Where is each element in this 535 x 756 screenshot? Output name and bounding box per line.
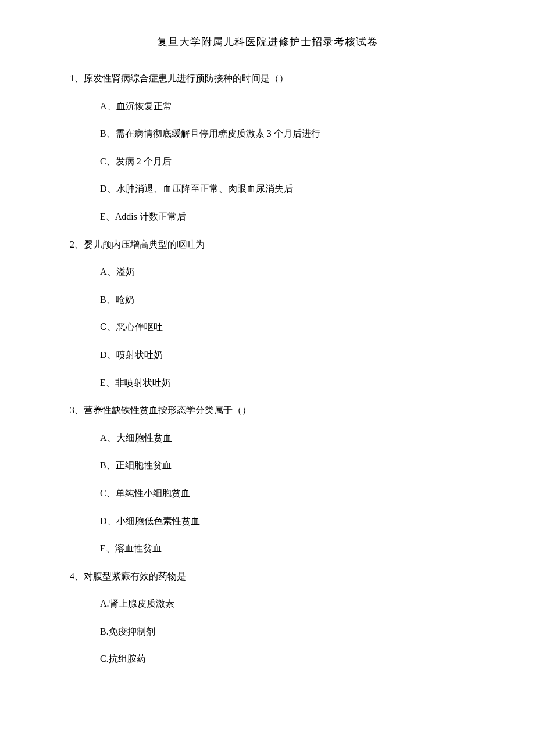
question-stem: 3、营养性缺铁性贫血按形态学分类属于（） [70,403,465,418]
option-label: C [100,322,107,332]
questions-container: 1、原发性肾病综合症患儿进行预防接种的时间是（）A、血沉恢复正常B、需在病情彻底… [70,71,465,667]
options-list: A、血沉恢复正常B、需在病情彻底缓解且停用糖皮质激素 3 个月后进行C、发病 2… [70,99,465,224]
option: C、恶心伴呕吐 [100,320,465,335]
option: B、正细胞性贫血 [100,458,465,473]
question: 3、营养性缺铁性贫血按形态学分类属于（）A、大细胞性贫血B、正细胞性贫血C、单纯… [70,403,465,556]
options-list: A.肾上腺皮质激素B.免疫抑制剂C.抗组胺药 [70,596,465,667]
option: E、非喷射状吐奶 [100,375,465,390]
option: A、血沉恢复正常 [100,99,465,114]
option: B.免疫抑制剂 [100,624,465,639]
question: 2、婴儿颅内压增高典型的呕吐为A、溢奶B、呛奶C、恶心伴呕吐D、喷射状吐奶E、非… [70,237,465,390]
option: A、溢奶 [100,264,465,280]
options-list: A、溢奶B、呛奶C、恶心伴呕吐D、喷射状吐奶E、非喷射状吐奶 [70,264,465,390]
question: 1、原发性肾病综合症患儿进行预防接种的时间是（）A、血沉恢复正常B、需在病情彻底… [70,71,465,224]
question-stem: 1、原发性肾病综合症患儿进行预防接种的时间是（） [70,71,465,86]
question-stem: 2、婴儿颅内压增高典型的呕吐为 [70,237,465,252]
option: C、单纯性小细胞贫血 [100,486,465,501]
option: D、水肿消退、血压降至正常、肉眼血尿消失后 [100,181,465,196]
option: A.肾上腺皮质激素 [100,596,465,611]
option: A、大细胞性贫血 [100,431,465,446]
options-list: A、大细胞性贫血B、正细胞性贫血C、单纯性小细胞贫血D、小细胞低色素性贫血E、溶… [70,431,465,556]
option: D、小细胞低色素性贫血 [100,514,465,529]
question-stem: 4、对腹型紫癜有效的药物是 [70,569,465,584]
option: E、溶血性贫血 [100,541,465,556]
option: B、需在病情彻底缓解且停用糖皮质激素 3 个月后进行 [100,126,465,141]
option: E、Addis 计数正常后 [100,209,465,224]
option: D、喷射状吐奶 [100,347,465,363]
question: 4、对腹型紫癜有效的药物是A.肾上腺皮质激素B.免疫抑制剂C.抗组胺药 [70,569,465,667]
option: C.抗组胺药 [100,651,465,667]
exam-title: 复旦大学附属儿科医院进修护士招录考核试卷 [70,35,465,49]
option: C、发病 2 个月后 [100,154,465,169]
option: B、呛奶 [100,292,465,307]
option-text: 、恶心伴呕吐 [107,322,163,332]
